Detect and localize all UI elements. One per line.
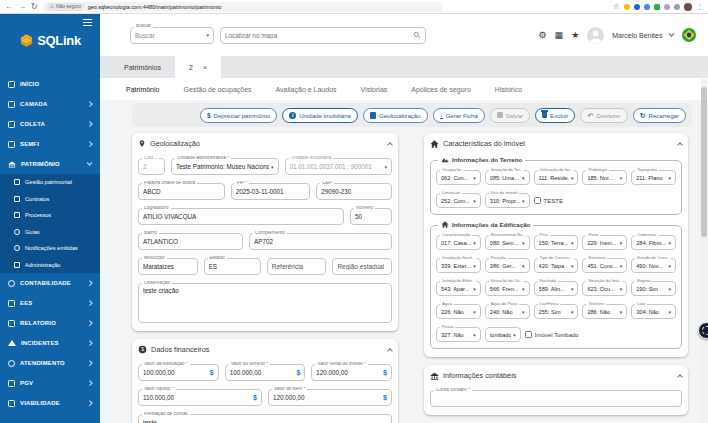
- salvar-button[interactable]: Salvar: [490, 108, 530, 123]
- edificacao-select[interactable]: Agua 226: Não ▾: [436, 304, 481, 319]
- gerar-ficha-button[interactable]: ↓ Gerar Ficha: [433, 108, 485, 123]
- unidade-administrativa-select[interactable]: Unidade administrativa Teste Patrimonio:…: [171, 158, 279, 175]
- collapse-chevron-icon[interactable]: [677, 374, 683, 380]
- terreno-select[interactable]: Topografia 211: Plano ▾: [631, 170, 676, 185]
- sidebar-item[interactable]: SEMFI: [0, 134, 100, 154]
- edificacao-select[interactable]: Situação do Imó.. 623: Ocu... ▾: [582, 281, 627, 296]
- imovel-tombado-checkbox[interactable]: Imóvel Tombado: [525, 327, 579, 342]
- sidebar-subitem[interactable]: Guias: [0, 224, 100, 241]
- buscar-select[interactable]: Buscar Buscar ▾: [130, 27, 214, 44]
- edificacao-select[interactable]: Revestimento Ex.. 080: Sem... ▾: [485, 235, 530, 250]
- prestacao-contas-field[interactable]: Prestação de contas teste: [138, 414, 392, 423]
- edificacao-select[interactable]: Forro 229: Inexi... ▾: [582, 235, 627, 250]
- edificacao-select[interactable]: Estado de Cons.. 490: Nov... ▾: [631, 258, 676, 273]
- browser-profile-avatar[interactable]: [684, 3, 692, 11]
- sidebar-item[interactable]: CONTABILIDADE: [0, 273, 100, 293]
- extension-icon[interactable]: [624, 4, 630, 10]
- reload-icon[interactable]: ↻: [31, 3, 38, 11]
- terreno-select[interactable]: Limitacao 252: Com... ▾: [436, 193, 481, 208]
- edificacao-select[interactable]: Agua de Poço 240: Não ▾: [485, 304, 530, 319]
- edificacao-select[interactable]: Cobertura 284: Fibro... ▾: [631, 235, 676, 250]
- edificacao-select[interactable]: Posição 386: Ger... ▾: [485, 258, 530, 273]
- municipio-field[interactable]: Município Marataizes: [138, 258, 198, 275]
- sidebar-item[interactable]: PGV: [0, 373, 100, 393]
- favorites-star-icon[interactable]: ★: [571, 31, 579, 40]
- chevron-down-icon[interactable]: [670, 31, 675, 36]
- user-avatar[interactable]: [587, 27, 604, 44]
- edificacao-select[interactable]: Fossa 327: Não ▾: [436, 327, 481, 342]
- sidebar-subitem[interactable]: Processos: [0, 207, 100, 224]
- vertical-scrollbar[interactable]: [701, 79, 707, 423]
- apps-grid-icon[interactable]: ▦: [555, 31, 564, 40]
- edificacao-select[interactable]: Tipo de Constru.. 420: Taipa ▾: [534, 258, 579, 273]
- observacao-textarea[interactable]: Observação teste criação: [138, 283, 392, 323]
- valor-bem-field[interactable]: Valor do bem 120.000,00 $: [268, 389, 392, 406]
- tab-record-2[interactable]: 2 ×: [175, 56, 221, 78]
- security-badge[interactable]: ⚠ Não seguro: [47, 3, 84, 11]
- depreciar-patrimonio-button[interactable]: $ Depreciar patrimônio: [200, 108, 277, 123]
- subnav-item[interactable]: Apólices de seguro: [411, 86, 471, 93]
- extension-icon[interactable]: [654, 4, 660, 10]
- valor-venal-field[interactable]: Valor venal do imóvel 120.000,00 $: [311, 364, 392, 381]
- desfazer-button[interactable]: ↶ Desfazer: [580, 108, 627, 123]
- extensions-puzzle-icon[interactable]: [674, 4, 680, 10]
- edificacao-select[interactable]: Telefone 286: Não ▾: [582, 304, 627, 319]
- palavra-chave-field[interactable]: Palavra chave de busca ABCD: [138, 183, 225, 200]
- geolocalizacao-button[interactable]: Geolocalização: [363, 108, 428, 123]
- sidebar-subitem[interactable]: Administração: [0, 257, 100, 274]
- edificacao-select[interactable]: Instalação Elétri.. 543: Apar... ▾: [436, 281, 481, 296]
- extension-icon[interactable]: [644, 4, 650, 10]
- bookmark-star-icon[interactable]: ☆: [613, 3, 620, 11]
- sidebar-item[interactable]: COLETA: [0, 114, 100, 134]
- excluir-button[interactable]: Excluir: [535, 108, 575, 123]
- user-name[interactable]: Marcelo Benites: [612, 32, 662, 39]
- sidebar-item[interactable]: RELATORIO: [0, 313, 100, 333]
- fip-field[interactable]: FIP 2025-03-11-0001: [231, 183, 310, 200]
- terreno-select[interactable]: Ocupação 062: Con... ▾: [436, 170, 481, 185]
- gear-icon[interactable]: ⚙: [539, 31, 547, 40]
- cep-field[interactable]: CEP 29090-230: [316, 183, 392, 200]
- unidade-imobiliaria-button[interactable]: i Unidade imobiliária: [282, 108, 358, 123]
- accessibility-widget[interactable]: [698, 322, 708, 339]
- edificacao-select[interactable]: Luz/Força 255: Sim ▾: [534, 304, 579, 319]
- tab-patrimonios[interactable]: Patrimônios: [110, 56, 175, 78]
- sidebar-item[interactable]: CAMADA: [0, 94, 100, 114]
- scrollbar-thumb[interactable]: [701, 87, 707, 237]
- complemento-field[interactable]: Complemento AP702: [249, 233, 392, 250]
- estado-field[interactable]: Estado ES: [204, 258, 261, 275]
- extension-icon[interactable]: [664, 4, 670, 10]
- subnav-item[interactable]: Vistorias: [361, 86, 388, 93]
- referencia-field[interactable]: Referência: [267, 258, 327, 275]
- sidebar-subitem[interactable]: Notificações emitidas: [0, 240, 100, 257]
- regiao-estadual-field[interactable]: Região estadual: [332, 258, 392, 275]
- logradouro-field[interactable]: Logradouro ATILIO VIVACQUA: [138, 208, 344, 225]
- tombado-select[interactable]: tombado... ▾: [485, 327, 521, 342]
- edificacao-select[interactable]: Fachada 589: Alin... ▾: [534, 281, 579, 296]
- edificacao-select[interactable]: Lixo 304: Não ▾: [631, 304, 676, 319]
- hamburger-menu-icon[interactable]: [83, 19, 92, 26]
- address-bar[interactable]: ⚠ Não seguro geo.sqltecnologia.com:4480/…: [43, 2, 443, 12]
- subnav-item[interactable]: Gestão de ocupações: [183, 86, 251, 93]
- valor-terreno-field[interactable]: Valor do terreno 100.000,00 $: [225, 364, 306, 381]
- terreno-select[interactable]: Pedologia 185: Nor... ▾: [582, 170, 627, 185]
- map-search-field[interactable]: [220, 27, 426, 44]
- edificacao-select[interactable]: Esgoto 190: Sim ▾: [631, 281, 676, 296]
- recarregar-button[interactable]: ↻ Recarregar: [633, 108, 686, 123]
- subnav-item[interactable]: Histórico: [495, 86, 522, 93]
- language-flag-brazil-icon[interactable]: [682, 28, 696, 42]
- extension-icon[interactable]: [634, 4, 640, 10]
- sidebar-item[interactable]: INÍCIO: [0, 74, 100, 94]
- forward-icon[interactable]: →: [18, 3, 26, 11]
- edificacao-select[interactable]: Situação do Co.. 566: Fren... ▾: [485, 281, 530, 296]
- valor-liquido-field[interactable]: Valor líquido 110.000,00 $: [138, 389, 262, 406]
- sidebar-item[interactable]: ATENDIMENTO: [0, 353, 100, 373]
- terreno-select[interactable]: Utilização do Im.. 111: Reside... ▾: [534, 170, 579, 185]
- edificacao-select[interactable]: Caracterização 017: Casa... ▾: [436, 235, 481, 250]
- sidebar-subitem[interactable]: Contratos: [0, 191, 100, 208]
- edificacao-select[interactable]: Piso 150: Terra... ▾: [534, 235, 579, 250]
- sidebar-item[interactable]: VIABILIDADE: [0, 393, 100, 413]
- collapse-chevron-icon[interactable]: [677, 142, 683, 148]
- sidebar-item[interactable]: INCIDENTES: [0, 333, 100, 353]
- edificacao-select[interactable]: Estrutura 451: Conc... ▾: [582, 258, 627, 273]
- close-icon[interactable]: ×: [203, 63, 207, 72]
